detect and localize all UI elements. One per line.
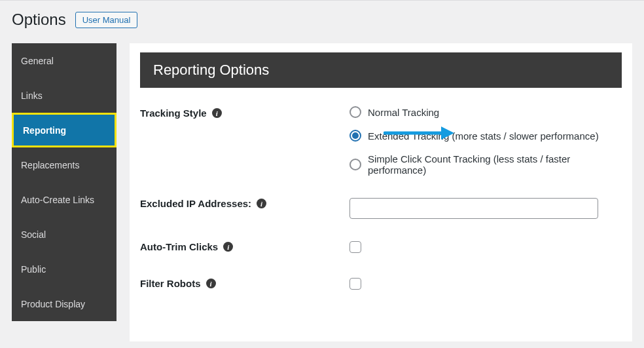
row-auto-trim: Auto-Trim Clicks i — [140, 241, 622, 256]
radio-label: Extended Tracking (more stats / slower p… — [368, 130, 599, 142]
sidebar: General Links Reporting Replacements Aut… — [12, 43, 116, 321]
auto-trim-control — [349, 241, 622, 256]
info-icon[interactable]: i — [212, 108, 222, 118]
radio-label: Simple Click Count Tracking (less stats … — [368, 153, 622, 176]
sidebar-item-general[interactable]: General — [12, 43, 116, 78]
sidebar-item-public[interactable]: Public — [12, 252, 116, 286]
tracking-style-label-cell: Tracking Style i — [140, 106, 349, 119]
sidebar-item-label: Auto-Create Links — [21, 195, 94, 205]
excluded-ips-label-cell: Excluded IP Addresses: i — [140, 198, 349, 209]
page-header: Options User Manual — [0, 0, 644, 43]
auto-trim-checkbox[interactable] — [349, 241, 361, 253]
sidebar-item-replacements[interactable]: Replacements — [12, 147, 116, 182]
filter-robots-label: Filter Robots — [140, 278, 201, 289]
sidebar-item-label: Links — [21, 90, 43, 101]
info-icon[interactable]: i — [223, 242, 233, 252]
main-panel: Reporting Options Tracking Style i Norma… — [130, 43, 632, 341]
tracking-style-options: Normal Tracking Extended Tracking (more … — [349, 106, 622, 176]
sidebar-item-product-display[interactable]: Product Display — [12, 286, 116, 321]
panel-title: Reporting Options — [140, 52, 622, 88]
sidebar-item-links[interactable]: Links — [12, 78, 116, 113]
user-manual-button[interactable]: User Manual — [75, 12, 138, 28]
sidebar-item-auto-create-links[interactable]: Auto-Create Links — [12, 182, 116, 217]
form-table: Tracking Style i Normal Tracking Extende… — [140, 106, 622, 292]
excluded-ips-input[interactable] — [349, 198, 598, 219]
page-title: Options — [12, 10, 66, 29]
sidebar-item-label: Replacements — [21, 160, 80, 170]
radio-icon[interactable] — [349, 106, 361, 118]
sidebar-item-label: Public — [21, 264, 46, 275]
info-icon[interactable]: i — [257, 199, 266, 208]
row-excluded-ips: Excluded IP Addresses: i — [140, 198, 622, 219]
radio-simple-click-count[interactable]: Simple Click Count Tracking (less stats … — [349, 153, 622, 176]
sidebar-item-reporting[interactable]: Reporting — [12, 113, 116, 147]
radio-label: Normal Tracking — [368, 107, 439, 118]
filter-robots-checkbox[interactable] — [349, 278, 361, 290]
tracking-style-label: Tracking Style — [140, 107, 207, 119]
filter-robots-label-cell: Filter Robots i — [140, 278, 349, 289]
sidebar-item-label: Product Display — [21, 299, 85, 309]
header-divider — [0, 0, 644, 1]
excluded-ips-label: Excluded IP Addresses: — [140, 198, 251, 209]
sidebar-item-social[interactable]: Social — [12, 217, 116, 252]
info-icon[interactable]: i — [206, 279, 216, 288]
sidebar-item-label: Reporting — [23, 125, 66, 136]
content-wrapper: General Links Reporting Replacements Aut… — [0, 43, 644, 341]
row-tracking-style: Tracking Style i Normal Tracking Extende… — [140, 106, 622, 176]
sidebar-item-label: Social — [21, 229, 46, 240]
radio-normal-tracking[interactable]: Normal Tracking — [349, 106, 622, 118]
radio-extended-tracking[interactable]: Extended Tracking (more stats / slower p… — [349, 130, 622, 142]
auto-trim-label: Auto-Trim Clicks — [140, 241, 218, 252]
radio-icon[interactable] — [349, 130, 361, 142]
filter-robots-control — [349, 278, 622, 292]
radio-icon[interactable] — [349, 159, 361, 170]
auto-trim-label-cell: Auto-Trim Clicks i — [140, 241, 349, 252]
excluded-ips-control — [349, 198, 622, 219]
row-filter-robots: Filter Robots i — [140, 278, 622, 292]
sidebar-item-label: General — [21, 56, 54, 66]
